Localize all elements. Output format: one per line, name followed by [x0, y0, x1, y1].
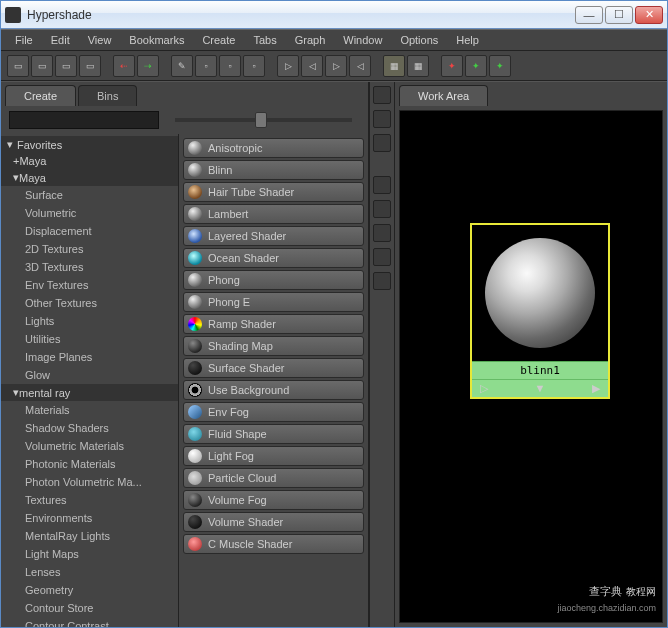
shader-item[interactable]: Phong [183, 270, 364, 290]
menu-edit[interactable]: Edit [43, 32, 78, 48]
tree-group[interactable]: ▾mental ray [1, 384, 178, 401]
tree-item[interactable]: Image Planes [1, 348, 178, 366]
shader-item[interactable]: Use Background [183, 380, 364, 400]
tree-group[interactable]: ▾Maya [1, 169, 178, 186]
slider-thumb[interactable] [255, 112, 267, 128]
tree-item[interactable]: MentalRay Lights [1, 527, 178, 545]
toolbar-btn-19[interactable]: ✦ [489, 55, 511, 77]
toolbar-btn-18[interactable]: ✦ [465, 55, 487, 77]
toolbar-btn-15[interactable]: ▦ [383, 55, 405, 77]
tree-item[interactable]: Utilities [1, 330, 178, 348]
toolbar-btn-14[interactable]: ◁ [349, 55, 371, 77]
titlebar[interactable]: Hypershade — ☐ ✕ [1, 1, 667, 29]
shader-item[interactable]: Fluid Shape [183, 424, 364, 444]
midbtn-7[interactable] [373, 248, 391, 266]
midbtn-2[interactable] [373, 110, 391, 128]
shader-item[interactable]: Shading Map [183, 336, 364, 356]
shader-item[interactable]: Ramp Shader [183, 314, 364, 334]
toolbar-btn-11[interactable]: ▷ [277, 55, 299, 77]
midbtn-6[interactable] [373, 224, 391, 242]
toolbar-btn-12[interactable]: ◁ [301, 55, 323, 77]
shader-item[interactable]: Volume Fog [183, 490, 364, 510]
shader-item[interactable]: Particle Cloud [183, 468, 364, 488]
shader-item[interactable]: Light Fog [183, 446, 364, 466]
tree-item[interactable]: 2D Textures [1, 240, 178, 258]
menu-file[interactable]: File [7, 32, 41, 48]
menu-bookmarks[interactable]: Bookmarks [121, 32, 192, 48]
tree-item[interactable]: Surface [1, 186, 178, 204]
shader-item[interactable]: Anisotropic [183, 138, 364, 158]
menu-create[interactable]: Create [194, 32, 243, 48]
tree-item[interactable]: Materials [1, 401, 178, 419]
tab-create[interactable]: Create [5, 85, 76, 106]
tree-item[interactable]: 3D Textures [1, 258, 178, 276]
maximize-button[interactable]: ☐ [605, 6, 633, 24]
tree-item[interactable]: Photon Volumetric Ma... [1, 473, 178, 491]
close-button[interactable]: ✕ [635, 6, 663, 24]
midbtn-3[interactable] [373, 134, 391, 152]
toolbar-btn-6[interactable]: ⇢ [137, 55, 159, 77]
tree-item[interactable]: Environments [1, 509, 178, 527]
toolbar-btn-16[interactable]: ▦ [407, 55, 429, 77]
material-node[interactable]: blinn1 ▷ ▼ ▶ [470, 223, 610, 399]
tree-item[interactable]: Volumetric [1, 204, 178, 222]
tree-item[interactable]: Displacement [1, 222, 178, 240]
tree-item[interactable]: Volumetric Materials [1, 437, 178, 455]
work-area[interactable]: blinn1 ▷ ▼ ▶ 查字典 教程网 jiaocheng.chazidian… [399, 110, 663, 623]
tree-item[interactable]: Contour Contrast [1, 617, 178, 627]
tree-item[interactable]: Glow [1, 366, 178, 384]
toolbar-btn-7[interactable]: ✎ [171, 55, 193, 77]
toolbar-btn-13[interactable]: ▷ [325, 55, 347, 77]
shader-item[interactable]: Env Fog [183, 402, 364, 422]
tab-bins[interactable]: Bins [78, 85, 137, 106]
shader-item[interactable]: Ocean Shader [183, 248, 364, 268]
node-expand-icon[interactable]: ▼ [535, 382, 546, 395]
toolbar-btn-1[interactable]: ▭ [7, 55, 29, 77]
toolbar-btn-3[interactable]: ▭ [55, 55, 77, 77]
tree-item[interactable]: Light Maps [1, 545, 178, 563]
shader-item[interactable]: Phong E [183, 292, 364, 312]
shader-item[interactable]: Blinn [183, 160, 364, 180]
shader-list[interactable]: AnisotropicBlinnHair Tube ShaderLambertL… [179, 134, 368, 627]
menu-window[interactable]: Window [335, 32, 390, 48]
toolbar-btn-2[interactable]: ▭ [31, 55, 53, 77]
toolbar-btn-17[interactable]: ✦ [441, 55, 463, 77]
menu-help[interactable]: Help [448, 32, 487, 48]
menu-view[interactable]: View [80, 32, 120, 48]
toolbar-btn-4[interactable]: ▭ [79, 55, 101, 77]
midbtn-4[interactable] [373, 176, 391, 194]
shader-item[interactable]: Layered Shader [183, 226, 364, 246]
tree-item[interactable]: Env Textures [1, 276, 178, 294]
tree-item[interactable]: Lights [1, 312, 178, 330]
shader-item[interactable]: C Muscle Shader [183, 534, 364, 554]
menu-graph[interactable]: Graph [287, 32, 334, 48]
minimize-button[interactable]: — [575, 6, 603, 24]
node-out-icon[interactable]: ▶ [592, 382, 600, 395]
tree-item[interactable]: Lenses [1, 563, 178, 581]
tree-item[interactable]: Photonic Materials [1, 455, 178, 473]
node-in-icon[interactable]: ▷ [480, 382, 488, 395]
category-tree[interactable]: ▾Favorites +Maya▾MayaSurfaceVolumetricDi… [1, 134, 179, 627]
tree-favorites[interactable]: ▾Favorites [1, 136, 178, 153]
icon-size-slider[interactable] [175, 118, 352, 122]
shader-item[interactable]: Surface Shader [183, 358, 364, 378]
tab-workarea[interactable]: Work Area [399, 85, 488, 106]
tree-item[interactable]: Contour Store [1, 599, 178, 617]
search-input[interactable] [9, 111, 159, 129]
shader-item[interactable]: Volume Shader [183, 512, 364, 532]
material-swatch[interactable] [472, 225, 608, 361]
shader-item[interactable]: Hair Tube Shader [183, 182, 364, 202]
toolbar-btn-5[interactable]: ⇠ [113, 55, 135, 77]
tree-item[interactable]: Geometry [1, 581, 178, 599]
toolbar-btn-10[interactable]: ▫ [243, 55, 265, 77]
shader-item[interactable]: Lambert [183, 204, 364, 224]
toolbar-btn-8[interactable]: ▫ [195, 55, 217, 77]
midbtn-8[interactable] [373, 272, 391, 290]
menu-options[interactable]: Options [392, 32, 446, 48]
toolbar-btn-9[interactable]: ▫ [219, 55, 241, 77]
tree-item[interactable]: Shadow Shaders [1, 419, 178, 437]
midbtn-1[interactable] [373, 86, 391, 104]
tree-group[interactable]: +Maya [1, 153, 178, 169]
tree-item[interactable]: Other Textures [1, 294, 178, 312]
node-name[interactable]: blinn1 [472, 361, 608, 379]
